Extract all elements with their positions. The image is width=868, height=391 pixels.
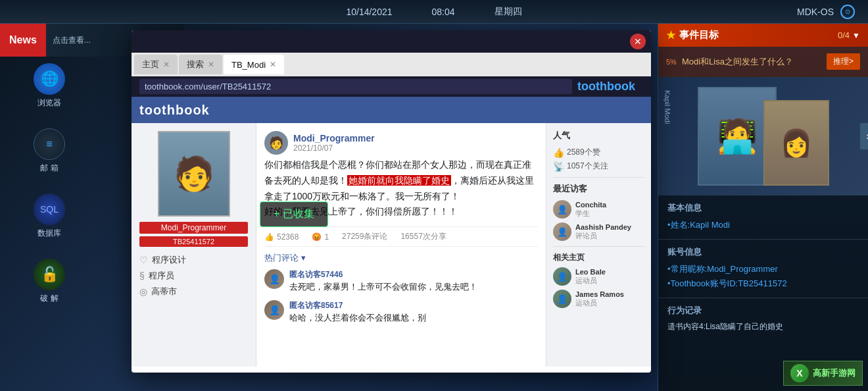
browser-window: ✕ 主页 ✕ 搜索 ✕ TB_Modi ✕ toothbook toothboo…	[132, 30, 651, 373]
divider-2	[553, 246, 644, 247]
mail-icon-shape: ≡	[34, 128, 65, 160]
visitor-0-role: 学生	[575, 209, 606, 219]
post-text: 你们都相信我是个恶棍？你们都站在那个女人那边，而现在真正准备去死的人却是我！她婚…	[264, 157, 538, 220]
close-button[interactable]: ✕	[630, 34, 646, 49]
tab-home[interactable]: 主页 ✕	[134, 55, 178, 74]
game-logo: X 高新手游网	[783, 361, 863, 386]
deduce-button[interactable]: 推理>	[827, 53, 860, 70]
tab-search-close[interactable]: ✕	[208, 60, 214, 69]
user-avatar: 🧑	[158, 131, 230, 217]
news-badge[interactable]: News	[0, 24, 46, 57]
visitors-title: 最近访客	[553, 183, 644, 195]
comment-1-author: 匿名访客85617	[289, 300, 538, 311]
sidebar-links: ♡ 程序设计 § 程序员 ◎ 高蒂市	[139, 252, 248, 300]
taskbar: 10/14/2021 08:04 星期四 MDK-OS ⊙	[0, 0, 868, 24]
visitor-1-role: 评论员	[575, 231, 631, 241]
divider-1	[553, 177, 644, 178]
comment-1-body: 匿名访客85617 哈哈，没人拦着你会不会很尴尬，别	[289, 300, 538, 325]
browser-icon-desktop[interactable]: 🌐 浏览器	[26, 63, 72, 109]
heart-icon: ♡	[139, 255, 148, 265]
tab-tb-modi-close[interactable]: ✕	[270, 60, 276, 69]
behavior-title: 行为记录	[667, 305, 859, 317]
basic-info-section: 基本信息 •姓名:Kapil Modi	[658, 195, 868, 240]
game-logo-icon: X	[790, 364, 809, 382]
code-icon: §	[139, 271, 145, 281]
visitor-1-name: Aashish Pandey	[575, 223, 631, 231]
desktop-icons: 🌐 浏览器 ≡ 邮 箱 SQL 数据库 🔓 破 解	[26, 63, 72, 304]
comment-0-text: 去死吧，家暴男！上帝可不会收留你，见鬼去吧！	[289, 280, 538, 294]
related-0-name: Leo Bale	[575, 268, 606, 276]
event-header: ★ 事件目标 0/4 ▼	[658, 24, 868, 47]
sidebar-link-2[interactable]: ◎ 高蒂市	[139, 284, 248, 300]
desktop: hack.online News 点击查看... 🌐 浏览器 ≡ 邮 箱 SQL…	[0, 24, 868, 391]
tb-sidebar: 🧑 Modi_Programmer TB25411572 ♡ 程序设计 § 程序…	[132, 123, 256, 367]
visitor-1-avatar: 👤	[553, 222, 571, 241]
db-label: 数据库	[37, 228, 61, 239]
tb-main: 🧑 Modi_Programmer 2021/10/07 你们都相信我是个恶棍？…	[256, 123, 546, 367]
tab-tb-modi-label: TB_Modi	[231, 60, 266, 70]
tab-home-close[interactable]: ✕	[163, 60, 170, 69]
tb-content: 🧑 Modi_Programmer TB25411572 ♡ 程序设计 § 程序…	[132, 123, 651, 367]
post-text-highlight: 她婚前就向我隐瞒了婚史	[347, 175, 451, 186]
behavior-section: 行为记录 遗书内容4:Lisa隐瞒了自己的婚史	[658, 298, 868, 339]
comments-label[interactable]: 热门评论 ▾	[264, 252, 538, 264]
mail-icon-desktop[interactable]: ≡ 邮 箱	[26, 128, 72, 174]
event-progress: 0/4 ▼	[838, 30, 860, 40]
chevron-down-icon[interactable]: ▼	[852, 31, 860, 40]
angry-icon: 😡	[312, 232, 322, 242]
address-input[interactable]	[139, 79, 572, 94]
os-icon: ⊙	[840, 5, 855, 19]
sidebar-link-1-label: 程序员	[149, 270, 174, 282]
progress-pct: 5%	[666, 58, 677, 66]
hack-icon-shape: 🔓	[34, 259, 65, 290]
comment-0: 👤 匿名访客57446 去死吧，家暴男！上帝可不会收留你，见鬼去吧！	[264, 269, 538, 294]
time-display: 08:04	[432, 7, 455, 17]
basic-info-title: 基本信息	[667, 202, 859, 214]
tb-header: toothbook	[132, 97, 651, 123]
browser-tabs: 主页 ✕ 搜索 ✕ TB_Modi ✕	[132, 53, 651, 76]
author-info: Modi_Programmer 2021/10/07	[293, 133, 375, 153]
visitor-0: 👤 Conchita 学生	[553, 200, 644, 219]
profile-avatar-secondary: 👩	[763, 100, 829, 186]
browser-addressbar: toothbook	[132, 76, 651, 97]
hack-icon-desktop[interactable]: 🔓 破 解	[26, 259, 72, 304]
sidebar-link-0[interactable]: ♡ 程序设计	[139, 252, 248, 268]
sidebar-link-1[interactable]: § 程序员	[139, 268, 248, 284]
like-icon: 👍	[264, 232, 274, 242]
tab-search[interactable]: 搜索 ✕	[179, 55, 222, 74]
post-date: 2021/10/07	[293, 143, 375, 153]
browser-icon-shape: 🌐	[34, 63, 65, 95]
sidebar-link-0-label: 程序设计	[152, 254, 186, 266]
tab-home-label: 主页	[142, 59, 159, 70]
sidebar-link-2-label: 高蒂市	[151, 286, 177, 298]
related-0: 👤 Leo Bale 运动员	[553, 267, 644, 286]
post-author-row: 🧑 Modi_Programmer 2021/10/07	[264, 131, 538, 155]
shares-count: 16557次分享	[400, 231, 446, 242]
date-display: 10/14/2021	[346, 7, 392, 17]
os-label: MDK-OS	[797, 7, 834, 17]
name-item: •姓名:Kapil Modi	[667, 218, 859, 232]
browser-titlebar: ✕	[132, 30, 651, 53]
related-1-role: 运动员	[575, 298, 624, 308]
profile-area: 🧑‍💻 👩 Kapil Modi ›	[658, 77, 868, 195]
rss-icon: 📡	[553, 161, 564, 172]
tb-right-sidebar: 人气 👍 2589个赞 📡 1057个关注 最近访客 👤 Conchita 学生	[546, 123, 651, 367]
related-1-name: James Ramos	[575, 290, 624, 298]
db-icon-desktop[interactable]: SQL 数据库	[26, 194, 72, 239]
game-logo-text: 高新手游网	[813, 367, 856, 379]
comments-count: 27259条评论	[342, 231, 387, 242]
event-title: ★ 事件目标	[666, 29, 719, 41]
account-info-title: 账号信息	[667, 246, 859, 258]
visitor-0-name: Conchita	[575, 201, 606, 209]
angry-count: 😡 1	[312, 231, 329, 242]
tab-tb-modi[interactable]: TB_Modi ✕	[224, 55, 284, 74]
visitor-0-avatar: 👤	[553, 200, 571, 219]
panel-expand-button[interactable]: ›	[860, 123, 868, 149]
thumbs-up-icon: 👍	[553, 147, 564, 158]
related-0-avatar: 👤	[553, 267, 571, 286]
right-panel: ★ 事件目标 0/4 ▼ 5% Modi和Lisa之间发生了什么？ 推理> 🧑‍…	[658, 24, 868, 391]
account-info-section: 账号信息 •常用昵称:Modi_Programmer •Toothbook账号I…	[658, 240, 868, 298]
behavior-item: 遗书内容4:Lisa隐瞒了自己的婚史	[667, 321, 859, 332]
author-avatar: 🧑	[264, 131, 288, 155]
visitor-1: 👤 Aashish Pandey 评论员	[553, 222, 644, 241]
